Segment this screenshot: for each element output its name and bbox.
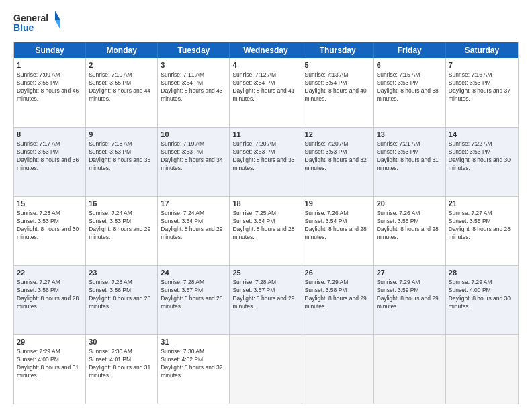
sunset-text: Sunset: 3:53 PM bbox=[161, 148, 203, 155]
sunset-text: Sunset: 3:53 PM bbox=[89, 148, 131, 155]
calendar-cell: 8 Sunrise: 7:17 AM Sunset: 3:53 PM Dayli… bbox=[14, 128, 86, 196]
calendar-cell bbox=[230, 335, 302, 404]
sunrise-text: Sunrise: 7:22 AM bbox=[449, 140, 492, 147]
sunset-text: Sunset: 3:54 PM bbox=[305, 79, 347, 86]
daylight-text: Daylight: 8 hours and 33 minutes. bbox=[232, 156, 294, 171]
sunset-text: Sunset: 3:53 PM bbox=[232, 148, 275, 155]
daylight-text: Daylight: 8 hours and 28 minutes. bbox=[449, 226, 511, 240]
calendar-body: 1 Sunrise: 7:09 AM Sunset: 3:55 PM Dayli… bbox=[14, 58, 518, 404]
sunrise-text: Sunrise: 7:28 AM bbox=[232, 279, 276, 285]
calendar-row: 15 Sunrise: 7:23 AM Sunset: 3:53 PM Dayl… bbox=[14, 197, 518, 266]
sunrise-text: Sunrise: 7:23 AM bbox=[17, 210, 60, 216]
day-number: 19 bbox=[305, 199, 371, 209]
daylight-text: Daylight: 8 hours and 36 minutes. bbox=[17, 156, 79, 171]
sunrise-text: Sunrise: 7:26 AM bbox=[305, 210, 349, 216]
daylight-text: Daylight: 8 hours and 28 minutes. bbox=[232, 226, 294, 240]
daylight-text: Daylight: 8 hours and 29 minutes. bbox=[89, 226, 150, 240]
day-number: 8 bbox=[17, 130, 83, 140]
sunset-text: Sunset: 3:55 PM bbox=[17, 79, 59, 86]
daylight-text: Daylight: 8 hours and 32 minutes. bbox=[161, 364, 222, 379]
sunset-text: Sunset: 3:54 PM bbox=[232, 79, 275, 86]
sunset-text: Sunset: 3:54 PM bbox=[161, 218, 203, 224]
calendar-cell: 29 Sunrise: 7:29 AM Sunset: 4:00 PM Dayl… bbox=[14, 335, 86, 404]
day-number: 16 bbox=[89, 199, 154, 209]
calendar-cell bbox=[374, 335, 446, 404]
sunrise-text: Sunrise: 7:28 AM bbox=[161, 279, 204, 285]
daylight-text: Daylight: 8 hours and 28 minutes. bbox=[377, 226, 439, 240]
daylight-text: Daylight: 8 hours and 28 minutes. bbox=[161, 295, 222, 310]
day-number: 20 bbox=[377, 199, 443, 209]
sunrise-text: Sunrise: 7:21 AM bbox=[377, 140, 420, 147]
sunset-text: Sunset: 3:53 PM bbox=[449, 79, 491, 86]
calendar-row: 22 Sunrise: 7:27 AM Sunset: 3:56 PM Dayl… bbox=[14, 266, 518, 335]
calendar-cell: 15 Sunrise: 7:23 AM Sunset: 3:53 PM Dayl… bbox=[14, 197, 86, 265]
calendar-cell: 11 Sunrise: 7:20 AM Sunset: 3:53 PM Dayl… bbox=[230, 128, 302, 196]
sunset-text: Sunset: 3:55 PM bbox=[377, 218, 419, 224]
calendar-cell: 24 Sunrise: 7:28 AM Sunset: 3:57 PM Dayl… bbox=[158, 266, 230, 334]
daylight-text: Daylight: 8 hours and 29 minutes. bbox=[377, 295, 439, 310]
sunset-text: Sunset: 3:55 PM bbox=[449, 218, 491, 224]
sunrise-text: Sunrise: 7:13 AM bbox=[305, 71, 349, 78]
daylight-text: Daylight: 8 hours and 29 minutes. bbox=[305, 295, 367, 310]
sunset-text: Sunset: 3:53 PM bbox=[17, 218, 59, 224]
day-number: 22 bbox=[17, 268, 83, 278]
calendar-cell: 20 Sunrise: 7:26 AM Sunset: 3:55 PM Dayl… bbox=[374, 197, 446, 265]
day-number: 23 bbox=[89, 268, 154, 278]
daylight-text: Daylight: 8 hours and 46 minutes. bbox=[17, 87, 79, 102]
day-number: 18 bbox=[232, 199, 298, 209]
daylight-text: Daylight: 8 hours and 43 minutes. bbox=[161, 87, 222, 102]
day-number: 6 bbox=[377, 60, 443, 71]
sunrise-text: Sunrise: 7:30 AM bbox=[89, 348, 132, 355]
day-number: 27 bbox=[377, 268, 443, 278]
calendar-row: 8 Sunrise: 7:17 AM Sunset: 3:53 PM Dayli… bbox=[14, 128, 518, 197]
day-number: 10 bbox=[161, 130, 226, 140]
weekday-header: Tuesday bbox=[158, 42, 230, 58]
weekday-header: Wednesday bbox=[230, 42, 302, 58]
calendar-cell: 9 Sunrise: 7:18 AM Sunset: 3:53 PM Dayli… bbox=[86, 128, 158, 196]
day-number: 30 bbox=[89, 337, 154, 347]
day-number: 21 bbox=[449, 199, 515, 209]
day-number: 26 bbox=[305, 268, 371, 278]
sunset-text: Sunset: 3:55 PM bbox=[89, 79, 131, 86]
day-number: 7 bbox=[449, 60, 515, 71]
sunrise-text: Sunrise: 7:29 AM bbox=[449, 279, 492, 285]
calendar-cell: 16 Sunrise: 7:24 AM Sunset: 3:53 PM Dayl… bbox=[86, 197, 158, 265]
sunset-text: Sunset: 4:00 PM bbox=[449, 287, 491, 293]
daylight-text: Daylight: 8 hours and 29 minutes. bbox=[161, 226, 222, 240]
sunrise-text: Sunrise: 7:29 AM bbox=[377, 279, 420, 285]
sunrise-text: Sunrise: 7:10 AM bbox=[89, 71, 132, 78]
daylight-text: Daylight: 8 hours and 28 minutes. bbox=[305, 226, 367, 240]
sunset-text: Sunset: 3:53 PM bbox=[305, 148, 347, 155]
calendar-cell: 6 Sunrise: 7:15 AM Sunset: 3:53 PM Dayli… bbox=[374, 58, 446, 127]
daylight-text: Daylight: 8 hours and 29 minutes. bbox=[232, 295, 294, 310]
sunrise-text: Sunrise: 7:11 AM bbox=[161, 71, 204, 78]
daylight-text: Daylight: 8 hours and 31 minutes. bbox=[89, 364, 150, 379]
daylight-text: Daylight: 8 hours and 34 minutes. bbox=[161, 156, 222, 171]
calendar-cell: 21 Sunrise: 7:27 AM Sunset: 3:55 PM Dayl… bbox=[446, 197, 518, 265]
calendar-cell: 4 Sunrise: 7:12 AM Sunset: 3:54 PM Dayli… bbox=[230, 58, 302, 127]
calendar-cell: 14 Sunrise: 7:22 AM Sunset: 3:53 PM Dayl… bbox=[446, 128, 518, 196]
sunrise-text: Sunrise: 7:26 AM bbox=[377, 210, 420, 216]
sunset-text: Sunset: 3:57 PM bbox=[232, 287, 275, 293]
sunset-text: Sunset: 3:53 PM bbox=[89, 218, 131, 224]
day-number: 12 bbox=[305, 130, 371, 140]
calendar-cell: 17 Sunrise: 7:24 AM Sunset: 3:54 PM Dayl… bbox=[158, 197, 230, 265]
day-number: 31 bbox=[161, 337, 226, 347]
day-number: 24 bbox=[161, 268, 226, 278]
calendar-cell: 7 Sunrise: 7:16 AM Sunset: 3:53 PM Dayli… bbox=[446, 58, 518, 127]
sunset-text: Sunset: 3:53 PM bbox=[377, 79, 419, 86]
calendar-cell: 18 Sunrise: 7:25 AM Sunset: 3:54 PM Dayl… bbox=[230, 197, 302, 265]
daylight-text: Daylight: 8 hours and 30 minutes. bbox=[449, 156, 511, 171]
calendar-cell: 30 Sunrise: 7:30 AM Sunset: 4:01 PM Dayl… bbox=[86, 335, 158, 404]
daylight-text: Daylight: 8 hours and 31 minutes. bbox=[17, 364, 79, 379]
calendar-cell: 19 Sunrise: 7:26 AM Sunset: 3:54 PM Dayl… bbox=[302, 197, 374, 265]
daylight-text: Daylight: 8 hours and 38 minutes. bbox=[377, 87, 439, 102]
svg-marker-2 bbox=[55, 11, 60, 20]
sunrise-text: Sunrise: 7:19 AM bbox=[161, 140, 204, 147]
logo-svg: General Blue bbox=[13, 11, 60, 35]
day-number: 17 bbox=[161, 199, 226, 209]
calendar-cell: 3 Sunrise: 7:11 AM Sunset: 3:54 PM Dayli… bbox=[158, 58, 230, 127]
calendar-cell: 2 Sunrise: 7:10 AM Sunset: 3:55 PM Dayli… bbox=[86, 58, 158, 127]
sunset-text: Sunset: 3:54 PM bbox=[232, 218, 275, 224]
sunset-text: Sunset: 3:53 PM bbox=[449, 148, 491, 155]
